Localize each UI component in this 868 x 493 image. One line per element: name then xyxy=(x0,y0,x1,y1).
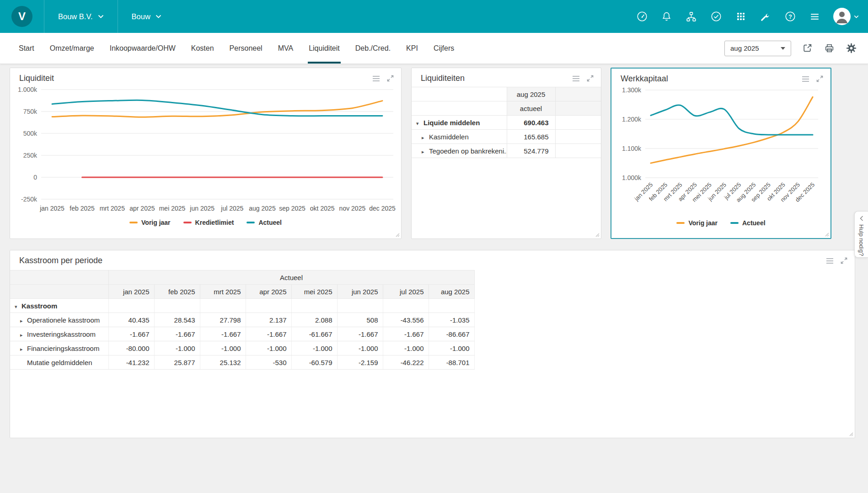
svg-text:0: 0 xyxy=(33,174,37,181)
dashboard-selector[interactable]: Bouw xyxy=(118,0,175,33)
legend-item-vorig-jaar[interactable]: Vorig jaar xyxy=(129,219,171,226)
expand-icon[interactable] xyxy=(387,75,394,82)
row-label[interactable]: ▸Investeringskasstroom xyxy=(10,327,108,341)
expand-row-icon[interactable]: ▸ xyxy=(20,332,27,338)
expand-icon[interactable] xyxy=(816,75,823,82)
card-title: Werkkapitaal xyxy=(621,74,668,84)
period-value: aug 2025 xyxy=(730,44,759,52)
werkkapitaal-chart: 1.300k1.200k1.100k1.000kjan 2025feb 2025… xyxy=(611,85,830,217)
period-selector[interactable]: aug 2025 xyxy=(724,41,791,56)
print-icon[interactable] xyxy=(824,42,835,54)
resize-handle[interactable] xyxy=(594,232,600,237)
wrench-icon[interactable] xyxy=(759,11,772,23)
tab-deb-cred[interactable]: Deb./Cred. xyxy=(348,33,398,64)
resize-handle[interactable] xyxy=(824,231,829,237)
cell-value: -1.000 xyxy=(246,341,291,355)
topbar-actions: ? xyxy=(636,8,868,25)
tab-kpi[interactable]: KPI xyxy=(398,33,426,64)
gauge-icon[interactable] xyxy=(636,11,648,23)
expand-row-icon[interactable]: ▸ xyxy=(20,318,27,324)
resize-handle[interactable] xyxy=(848,431,853,436)
row-label[interactable]: ▾Kasstroom xyxy=(10,299,108,313)
card-menu-icon[interactable] xyxy=(826,258,834,264)
legend-item-actueel[interactable]: Actueel xyxy=(730,219,766,227)
table-row-liquide-middelen: ▾Liquide middelen690.463 xyxy=(412,116,601,130)
card-header: Liquiditeit xyxy=(10,68,401,85)
row-label[interactable]: ▸Financieringskasstroom xyxy=(10,341,108,355)
card-actions xyxy=(372,75,394,82)
series-vorig-jaar xyxy=(52,101,382,117)
cell-value: 690.463 xyxy=(507,116,555,130)
tab-kosten[interactable]: Kosten xyxy=(183,33,222,64)
help-icon[interactable]: ? xyxy=(784,11,796,23)
gear-icon[interactable] xyxy=(846,42,857,54)
company-name: Bouw B.V. xyxy=(58,12,93,21)
table-header-row: aug 2025 xyxy=(412,87,601,101)
row-label[interactable]: ▸Kasmiddelen xyxy=(412,130,507,144)
avatar xyxy=(833,8,851,25)
cell-value: 25.877 xyxy=(154,355,200,370)
table-header-row: jan 2025feb 2025mrt 2025apr 2025mei 2025… xyxy=(10,285,474,299)
bell-icon[interactable] xyxy=(660,11,673,23)
expand-row-icon[interactable]: ▸ xyxy=(20,346,27,352)
column-header-feb-2025: feb 2025 xyxy=(154,285,200,299)
expand-icon[interactable] xyxy=(841,257,847,264)
svg-text:jun 2025: jun 2025 xyxy=(189,205,214,212)
help-tab[interactable]: Hulp nodig? xyxy=(854,211,868,258)
legend-item-kredietlimiet[interactable]: Kredietlimiet xyxy=(183,219,234,226)
svg-text:feb 2025: feb 2025 xyxy=(70,205,95,212)
cell-value xyxy=(200,299,246,313)
tab-personeel[interactable]: Personeel xyxy=(222,33,270,64)
collapse-row-icon[interactable]: ▾ xyxy=(15,304,21,310)
cell-value: 524.779 xyxy=(507,144,555,158)
company-selector[interactable]: Bouw B.V. xyxy=(44,0,118,33)
row-label[interactable]: ▸Operationele kasstroom xyxy=(10,313,108,327)
tab-mva[interactable]: MVA xyxy=(270,33,301,64)
svg-text:mrt 2025: mrt 2025 xyxy=(100,205,125,212)
legend-item-vorig-jaar[interactable]: Vorig jaar xyxy=(676,219,718,227)
chevron-down-icon xyxy=(854,15,859,18)
card-menu-icon[interactable] xyxy=(802,76,809,82)
legend-item-actueel[interactable]: Actueel xyxy=(246,219,282,226)
nav-tabs: StartOmzet/margeInkoopwaarde/OHWKostenPe… xyxy=(0,33,462,64)
cell-value: 28.543 xyxy=(154,313,200,327)
card-menu-icon[interactable] xyxy=(372,75,380,82)
navbar-actions: aug 2025 xyxy=(724,33,868,64)
series-actueel xyxy=(52,100,382,116)
share-icon[interactable] xyxy=(802,42,813,54)
chart-legend: Vorig jaarActueel xyxy=(611,219,830,227)
resize-handle[interactable] xyxy=(394,232,400,237)
logo-letter: V xyxy=(18,10,26,23)
cell-value: -46.222 xyxy=(383,355,429,370)
expand-row-icon[interactable]: ▸ xyxy=(422,135,429,141)
user-menu[interactable] xyxy=(833,8,859,25)
expand-row-icon[interactable]: ▸ xyxy=(422,149,429,155)
card-menu-icon[interactable] xyxy=(572,75,580,82)
cell-value: 2.088 xyxy=(291,313,337,327)
menu-icon[interactable] xyxy=(809,11,821,23)
apps-grid-icon[interactable] xyxy=(734,11,747,23)
cell-filler xyxy=(555,144,601,158)
collapse-row-icon[interactable]: ▾ xyxy=(416,121,423,127)
check-circle-icon[interactable] xyxy=(710,11,722,23)
svg-text:apr 2025: apr 2025 xyxy=(129,205,155,212)
tab-inkoopwaarde-ohw[interactable]: Inkoopwaarde/OHW xyxy=(102,33,183,64)
svg-text:jul 2025: jul 2025 xyxy=(220,205,243,212)
svg-text:jan 2025: jan 2025 xyxy=(39,205,64,212)
tab-liquiditeit[interactable]: Liquiditeit xyxy=(301,33,348,64)
expand-icon[interactable] xyxy=(587,75,594,82)
column-header-jan-2025: jan 2025 xyxy=(108,285,154,299)
cell-value: -1.000 xyxy=(429,341,474,355)
column-header-apr-2025: apr 2025 xyxy=(246,285,291,299)
cell-value: -2.159 xyxy=(337,355,383,370)
row-label[interactable]: ▾Liquide middelen xyxy=(412,116,507,130)
row-label[interactable]: ▸Tegoeden op bankrekeni... xyxy=(412,144,507,158)
tab-omzet-marge[interactable]: Omzet/marge xyxy=(42,33,102,64)
tab-start[interactable]: Start xyxy=(11,33,42,64)
sitemap-icon[interactable] xyxy=(685,11,697,23)
liquiditeit-chart: 1.000k750k500k250k0-250kjan 2025feb 2025… xyxy=(10,85,401,217)
cell-value: -530 xyxy=(246,355,291,370)
tab-cijfers[interactable]: Cijfers xyxy=(426,33,462,64)
app-logo[interactable]: V xyxy=(0,0,44,33)
column-subheader-filler xyxy=(555,101,601,116)
